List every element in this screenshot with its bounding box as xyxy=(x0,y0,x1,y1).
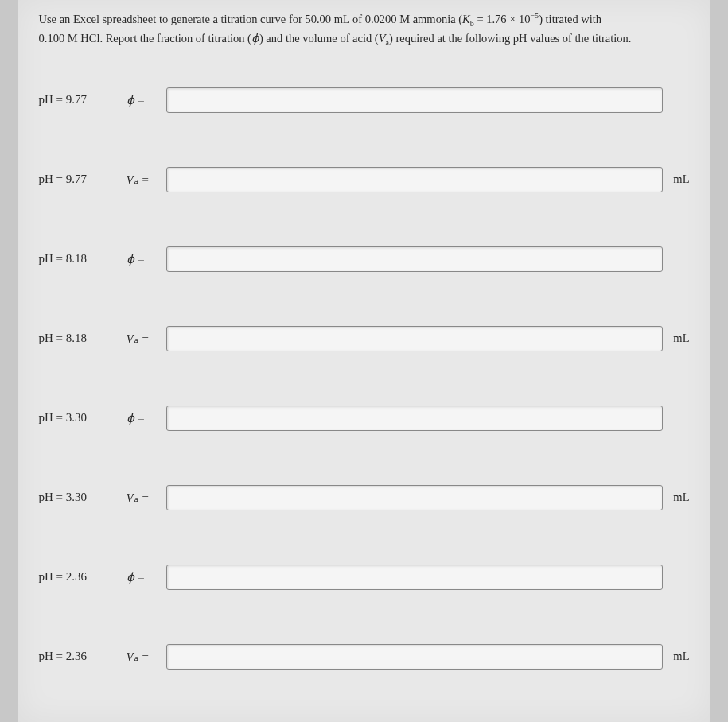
answer-row: pH = 8.18 Vₐ = mL xyxy=(39,326,690,351)
answer-row: pH = 3.30 Vₐ = mL xyxy=(39,485,690,510)
ph-label: pH = 2.36 xyxy=(39,570,127,584)
kb-symbol: Kb xyxy=(462,13,474,25)
va-letter: V xyxy=(379,32,386,45)
problem-text-part: 0.100 M HCl. Report the fraction of titr… xyxy=(39,32,251,45)
problem-text-part: ) titrated with xyxy=(539,13,601,25)
phi-input[interactable] xyxy=(166,87,663,113)
volume-input[interactable] xyxy=(166,326,663,351)
phi-symbol: ϕ xyxy=(251,32,259,45)
unit-label: mL xyxy=(663,650,690,663)
volume-input[interactable] xyxy=(166,485,663,510)
ph-label: pH = 9.77 xyxy=(39,93,127,107)
phi-label: ϕ = xyxy=(127,93,166,107)
ph-label: pH = 3.30 xyxy=(39,491,127,504)
problem-statement: Use an Excel spreadsheet to generate a t… xyxy=(39,10,690,49)
answer-row: pH = 2.36 ϕ = xyxy=(39,565,690,590)
va-label: Vₐ = xyxy=(127,650,166,664)
answer-row: pH = 9.77 ϕ = xyxy=(39,87,690,113)
ph-label: pH = 8.18 xyxy=(39,252,127,266)
unit-label: mL xyxy=(663,332,690,345)
kb-exponent: −5 xyxy=(530,11,539,20)
phi-input[interactable] xyxy=(166,565,663,590)
kb-letter: K xyxy=(462,13,470,25)
va-label: Vₐ = xyxy=(127,491,166,505)
ph-label: pH = 2.36 xyxy=(39,650,127,663)
phi-input[interactable] xyxy=(166,406,663,431)
answer-row: pH = 3.30 ϕ = xyxy=(39,406,690,431)
problem-text-part: ) required at the following pH values of… xyxy=(389,32,631,45)
phi-label: ϕ = xyxy=(127,411,166,425)
phi-label: ϕ = xyxy=(127,252,166,266)
unit-label: mL xyxy=(663,491,690,504)
va-label: Vₐ = xyxy=(127,173,166,187)
phi-input[interactable] xyxy=(166,246,663,272)
worksheet-page: Use an Excel spreadsheet to generate a t… xyxy=(18,0,710,722)
ph-label: pH = 3.30 xyxy=(39,411,127,425)
va-label: Vₐ = xyxy=(127,332,166,346)
problem-text-part: ) and the volume of acid ( xyxy=(259,32,379,45)
volume-input[interactable] xyxy=(166,167,663,192)
unit-label: mL xyxy=(663,173,690,186)
problem-text-part: Use an Excel spreadsheet to generate a t… xyxy=(39,13,463,25)
problem-text-part: = 1.76 × 10 xyxy=(474,13,531,25)
va-symbol: Va xyxy=(379,32,389,45)
ph-label: pH = 8.18 xyxy=(39,332,127,345)
ph-label: pH = 9.77 xyxy=(39,173,127,186)
phi-label: ϕ = xyxy=(127,570,166,584)
answer-row: pH = 9.77 Vₐ = mL xyxy=(39,167,690,192)
volume-input[interactable] xyxy=(166,644,663,670)
answer-row: pH = 2.36 Vₐ = mL xyxy=(39,644,690,670)
answer-row: pH = 8.18 ϕ = xyxy=(39,246,690,272)
